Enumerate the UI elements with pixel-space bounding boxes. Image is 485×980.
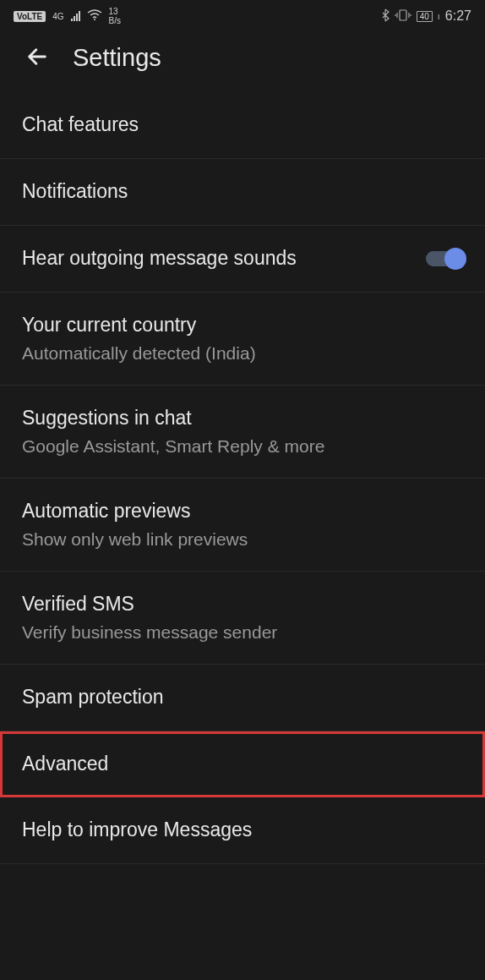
- outgoing-sounds-toggle[interactable]: [426, 251, 463, 266]
- setting-subtitle: Automatically detected (India): [22, 342, 463, 364]
- svg-rect-1: [400, 10, 406, 20]
- setting-title: Advanced: [22, 752, 463, 777]
- back-arrow-icon[interactable]: [25, 45, 49, 72]
- setting-title: Spam protection: [22, 685, 463, 710]
- setting-spam-protection[interactable]: Spam protection: [0, 665, 485, 731]
- setting-auto-previews[interactable]: Automatic previews Show only web link pr…: [0, 479, 485, 572]
- bluetooth-icon: [381, 8, 390, 25]
- settings-list: Chat features Notifications Hear outgoin…: [0, 92, 485, 864]
- setting-advanced[interactable]: Advanced: [0, 731, 485, 797]
- svg-point-0: [94, 19, 95, 20]
- setting-subtitle: Google Assistant, Smart Reply & more: [22, 435, 463, 457]
- app-header: Settings: [0, 29, 485, 92]
- setting-notifications[interactable]: Notifications: [0, 159, 485, 226]
- setting-chat-features[interactable]: Chat features: [0, 92, 485, 159]
- battery-icon: 40: [417, 11, 433, 22]
- vibrate-icon: [395, 8, 411, 25]
- data-rate: 13 B/s: [109, 7, 121, 25]
- setting-subtitle: Show only web link previews: [22, 528, 463, 550]
- signal-icon: [71, 11, 80, 21]
- charging-icon: ı: [438, 11, 440, 21]
- setting-suggestions[interactable]: Suggestions in chat Google Assistant, Sm…: [0, 386, 485, 479]
- setting-current-country[interactable]: Your current country Automatically detec…: [0, 293, 485, 386]
- setting-subtitle: Verify business message sender: [22, 621, 463, 643]
- status-left: VoLTE 4G 13 B/s: [14, 7, 121, 25]
- volte-badge: VoLTE: [14, 11, 46, 22]
- clock: 6:27: [445, 8, 471, 24]
- page-title: Settings: [73, 44, 161, 72]
- network-type: 4G: [52, 12, 63, 21]
- setting-title: Help to improve Messages: [22, 818, 463, 843]
- setting-title: Suggestions in chat: [22, 406, 463, 431]
- setting-title: Verified SMS: [22, 592, 463, 617]
- setting-help-improve[interactable]: Help to improve Messages: [0, 797, 485, 864]
- setting-title: Chat features: [22, 112, 463, 138]
- setting-outgoing-sounds[interactable]: Hear outgoing message sounds: [0, 226, 485, 293]
- setting-verified-sms[interactable]: Verified SMS Verify business message sen…: [0, 572, 485, 665]
- setting-title: Your current country: [22, 313, 463, 338]
- wifi-icon: [87, 9, 102, 24]
- setting-title: Automatic previews: [22, 499, 463, 524]
- status-right: 40 ı 6:27: [381, 8, 471, 25]
- setting-title: Hear outgoing message sounds: [22, 246, 426, 271]
- setting-title: Notifications: [22, 179, 463, 205]
- status-bar: VoLTE 4G 13 B/s: [0, 0, 485, 29]
